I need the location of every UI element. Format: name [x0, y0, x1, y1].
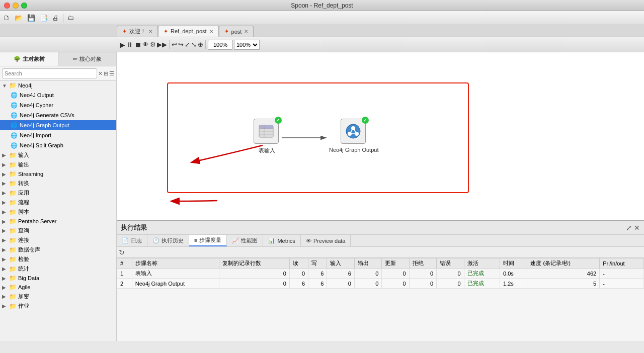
- col-input: 输入: [327, 258, 354, 269]
- tab-post[interactable]: ✦ post ✕: [219, 26, 254, 37]
- preview-icon: 👁: [306, 238, 311, 244]
- bottom-tab-history[interactable]: 🕐 执行历史: [147, 235, 189, 246]
- tab-close-post[interactable]: ✕: [244, 29, 248, 34]
- tab-close-ref[interactable]: ✕: [209, 29, 213, 34]
- new-button[interactable]: 🗋: [2, 13, 12, 23]
- node-table-input[interactable]: ✓ 表输入: [254, 119, 280, 154]
- tree-arrow-other: ▶: [2, 303, 9, 309]
- cell-0-2: 0: [219, 269, 289, 279]
- collapse-button[interactable]: ⤡: [191, 41, 197, 48]
- tree-item-bigdata[interactable]: ▶ 📁 Big Data: [0, 274, 116, 283]
- save-button[interactable]: 💾: [26, 13, 37, 23]
- snap-button[interactable]: ⊕: [198, 41, 203, 48]
- refresh-results-button[interactable]: ↻: [119, 248, 125, 256]
- search-clear-button[interactable]: ✕: [98, 70, 103, 77]
- tree-item-agile[interactable]: ▶ 📁 Agile: [0, 283, 116, 292]
- minimize-button[interactable]: [13, 3, 19, 9]
- layers-button[interactable]: 🗂: [66, 13, 75, 23]
- sidebar: 🌳 主对象树 ✏ 核心对象 ✕ ⊞ ☰ ▼ 📁: [0, 52, 117, 341]
- bottom-tab-performance[interactable]: 📈 性能图: [227, 235, 263, 246]
- tree-label-other: 作业: [18, 302, 29, 310]
- tab-close-welcome[interactable]: ✕: [148, 29, 152, 34]
- bottom-tab-preview[interactable]: 👁 Preview data: [301, 235, 351, 246]
- folder-icon-dw: 📁: [9, 246, 17, 253]
- bottom-tab-metrics[interactable]: ≡ 步骤度量: [189, 235, 227, 246]
- tree-item-neo4j-cypher[interactable]: 🌐 Neo4j Cypher: [0, 100, 116, 110]
- tree-item-check[interactable]: ▶ 📁 检验: [0, 254, 116, 264]
- results-table[interactable]: # 步骤名称 复制的记录行数 读 写 输入 输出 更新 拒绝 错误 激活: [117, 258, 644, 341]
- node-neo4j-graph-output[interactable]: ✓ Neo4j Graph Output: [329, 119, 378, 153]
- print-button[interactable]: 🖨: [51, 13, 60, 23]
- bottom-toolbar: ↻: [117, 247, 644, 258]
- tree-item-transform[interactable]: ▶ 📁 转换: [0, 179, 116, 188]
- tree-item-neo4j-import[interactable]: 🌐 Neo4j Import: [0, 130, 116, 140]
- step-run-button[interactable]: ▶▶: [157, 41, 167, 48]
- sidebar-tab-main[interactable]: 🌳 主对象树: [0, 52, 58, 66]
- search-list-button[interactable]: ☰: [109, 70, 114, 77]
- tab-ref-dept-post[interactable]: ✦ Ref_dept_post ✕: [158, 26, 219, 37]
- close-panel-button[interactable]: ✕: [634, 224, 640, 232]
- main-tree-label: 主对象树: [23, 55, 45, 63]
- cell-1-2: 0: [219, 279, 289, 289]
- tab-icon-post: ✦: [224, 28, 229, 35]
- search-view-button[interactable]: ⊞: [104, 70, 108, 77]
- tree-item-stats[interactable]: ▶ 📁 统计: [0, 264, 116, 274]
- saveas-button[interactable]: 📑: [38, 13, 49, 23]
- tree-arrow-flow: ▶: [2, 200, 9, 205]
- tree-item-neo4j-graph-output[interactable]: 🌐 Neo4j Graph Output: [0, 120, 116, 130]
- cell-1-9: 0: [437, 279, 464, 289]
- bottom-tab-metrics2[interactable]: 📊 Metrics: [263, 235, 300, 246]
- redo-button[interactable]: ↪: [178, 41, 184, 48]
- tree-item-neo4j-generate-csvs[interactable]: 🌐 Neo4j Generate CSVs: [0, 110, 116, 120]
- run-button[interactable]: ▶: [120, 41, 125, 49]
- tab-welcome[interactable]: ✦ 欢迎！ ✕: [117, 26, 158, 37]
- history-label: 执行历史: [162, 237, 184, 244]
- tree-item-neo4j-split-graph[interactable]: 🌐 Neo4j Split Graph: [0, 140, 116, 150]
- tree-item-encrypt[interactable]: ▶ 📁 加密: [0, 292, 116, 301]
- node-check-table-input: ✓: [275, 117, 282, 124]
- cell-1-5: 0: [327, 279, 354, 289]
- bottom-tab-log[interactable]: 📄 日志: [117, 235, 147, 246]
- tree-label-neo4j-import: Neo4j Import: [20, 132, 51, 138]
- tree-arrow-connect: ▶: [2, 237, 9, 243]
- tree-item-neo4j[interactable]: ▼ 📁 Neo4j: [0, 81, 116, 90]
- maximize-button[interactable]: [21, 3, 27, 9]
- tree-area: ▼ 📁 Neo4j 🌐 Neo4J Output 🌐 Neo4j Cypher …: [0, 81, 116, 341]
- zoom-dropdown[interactable]: 100% 75% 50% 125% 150%: [234, 40, 260, 50]
- tree-item-script[interactable]: ▶ 📁 脚本: [0, 207, 116, 217]
- zoom-input[interactable]: [208, 40, 233, 50]
- settings-run-button[interactable]: ⚙: [150, 41, 156, 48]
- open-button[interactable]: 📂: [13, 13, 24, 23]
- undo-button[interactable]: ↩: [172, 41, 177, 48]
- preview-run-button[interactable]: 👁: [142, 41, 149, 48]
- window-controls[interactable]: [4, 3, 27, 9]
- col-step-name: 步骤名称: [132, 258, 219, 269]
- tree-item-neo4j-output[interactable]: 🌐 Neo4J Output: [0, 90, 116, 100]
- tree-item-app[interactable]: ▶ 📁 应用: [0, 188, 116, 198]
- cell-1-6: 0: [354, 279, 381, 289]
- tree-item-pentaho-server[interactable]: ▶ 📁 Pentaho Server: [0, 217, 116, 226]
- folder-icon-agile: 📁: [9, 284, 17, 291]
- stop-button[interactable]: ⏹: [134, 41, 141, 49]
- tree-item-query[interactable]: ▶ 📁 查询: [0, 226, 116, 235]
- tree-label-neo4j: Neo4j: [18, 82, 33, 89]
- work-area: 🌳 主对象树 ✏ 核心对象 ✕ ⊞ ☰ ▼ 📁: [0, 52, 644, 341]
- node-label-neo4j: Neo4j Graph Output: [329, 147, 378, 153]
- tree-item-output[interactable]: ▶ 📁 输出: [0, 160, 116, 169]
- tab-label-post: post: [231, 29, 242, 35]
- search-input[interactable]: [2, 68, 97, 78]
- expand-button[interactable]: ⤢: [185, 41, 190, 48]
- tree-item-flow[interactable]: ▶ 📁 流程: [0, 198, 116, 207]
- cell-0-11: 0.0s: [500, 269, 527, 279]
- tree-item-streaming[interactable]: ▶ 📁 Streaming: [0, 169, 116, 179]
- col-read: 读: [289, 258, 308, 269]
- close-button[interactable]: [4, 3, 10, 9]
- expand-panel-button[interactable]: ⤢: [626, 224, 632, 232]
- canvas[interactable]: ✓ 表输入: [117, 52, 644, 220]
- pause-button[interactable]: ⏸: [126, 41, 133, 49]
- tree-item-other[interactable]: ▶ 📁 作业: [0, 301, 116, 311]
- tree-item-connect[interactable]: ▶ 📁 连接: [0, 235, 116, 245]
- tree-item-datawarehouse[interactable]: ▶ 📁 数据仓库: [0, 245, 116, 254]
- tree-item-input[interactable]: ▶ 📁 输入: [0, 150, 116, 160]
- sidebar-tab-core[interactable]: ✏ 核心对象: [58, 52, 116, 66]
